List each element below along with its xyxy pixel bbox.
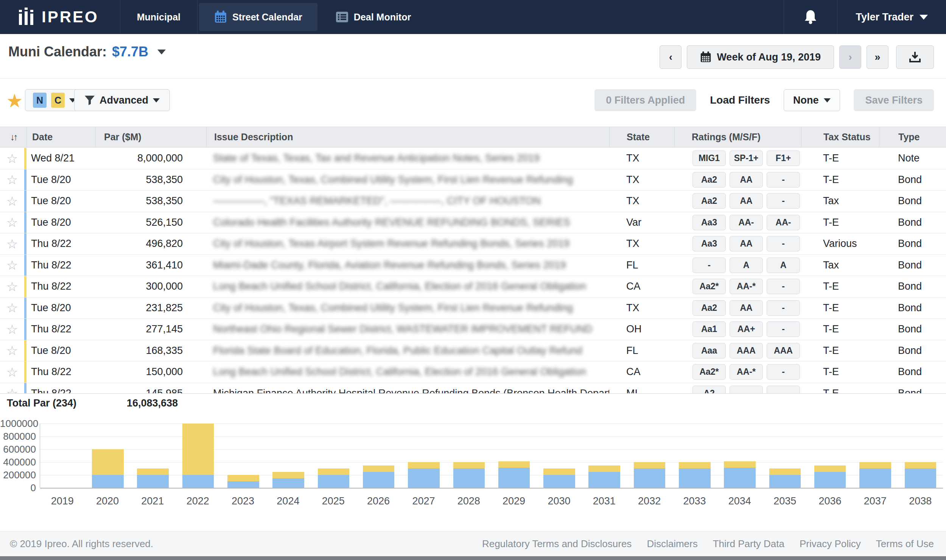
week-label: Week of Aug 19, 2019 xyxy=(717,51,821,63)
chart-bar-slot xyxy=(311,423,356,488)
prev-week-button[interactable]: ‹ xyxy=(660,45,681,69)
row-star-toggle[interactable]: ☆ xyxy=(0,151,24,166)
rating-badge: - xyxy=(767,172,800,188)
footer-link[interactable]: Privacy Policy xyxy=(800,538,861,550)
column-header-type[interactable]: Type xyxy=(879,127,946,147)
download-icon xyxy=(909,51,921,63)
nav-item-deal-monitor[interactable]: Deal Monitor xyxy=(319,0,428,34)
row-type: Note xyxy=(879,152,946,164)
table-row[interactable]: ☆ Thu 8/22 496,820 City of Houston, Texa… xyxy=(0,233,946,255)
footer-link[interactable]: Third Party Data xyxy=(713,538,784,550)
notifications-button[interactable] xyxy=(784,0,837,34)
row-star-toggle[interactable]: ☆ xyxy=(0,343,24,358)
row-star-toggle[interactable]: ☆ xyxy=(0,172,24,187)
row-star-toggle[interactable]: ☆ xyxy=(0,215,24,230)
row-star-toggle[interactable]: ☆ xyxy=(0,258,24,273)
footer-link[interactable]: Disclaimers xyxy=(647,538,697,550)
horizontal-scrollbar[interactable] xyxy=(0,556,946,560)
row-state: MI xyxy=(609,388,674,393)
footer-link[interactable]: Regulatory Terms and Disclosures xyxy=(482,538,632,550)
table-row[interactable]: ☆ Wed 8/21 8,000,000 State of Texas, Tex… xyxy=(0,148,946,169)
row-ratings: AaaAAAAAA xyxy=(674,343,801,358)
column-header-issue-description[interactable]: Issue Description xyxy=(206,127,609,147)
footer-link[interactable]: Terms of Use xyxy=(876,538,934,550)
row-star-toggle[interactable]: ☆ xyxy=(0,194,24,209)
ipreo-logo[interactable]: IPREO xyxy=(0,0,120,34)
filters-applied-button[interactable]: 0 Filters Applied xyxy=(594,89,696,111)
calendar-icon xyxy=(700,51,711,63)
row-date: Thu 8/22 xyxy=(26,388,95,393)
row-ratings: Aa2AA- xyxy=(674,172,801,188)
download-button[interactable] xyxy=(896,45,934,69)
row-ratings: Aa3AA- xyxy=(674,236,801,251)
column-header-date[interactable]: Date xyxy=(26,127,95,147)
table-row[interactable]: ☆ Tue 8/20 231,825 City of Houston, Texa… xyxy=(0,298,946,319)
row-star-toggle[interactable]: ☆ xyxy=(0,279,24,294)
column-header-state[interactable]: State xyxy=(609,127,674,147)
row-star-toggle[interactable]: ☆ xyxy=(0,236,24,251)
rating-badge: - xyxy=(767,279,800,294)
next-week-button[interactable]: › xyxy=(839,45,861,69)
row-star-toggle[interactable]: ☆ xyxy=(0,322,24,337)
table-row[interactable]: ☆ Tue 8/20 538,350 City of Houston, Texa… xyxy=(0,169,946,191)
table-row[interactable]: ☆ Thu 8/22 300,000 Long Beach Unified Sc… xyxy=(0,276,946,298)
stacked-bar-2029 xyxy=(498,461,530,488)
table-row[interactable]: ☆ Tue 8/20 538,350 —————, "TEXAS REMARKE… xyxy=(0,191,946,212)
row-par: 145,985 xyxy=(95,388,206,393)
nav-item-street-calendar[interactable]: Street Calendar xyxy=(199,3,317,31)
bar-segment-negotiated xyxy=(272,472,304,478)
bar-segment-negotiated xyxy=(588,465,620,472)
week-picker-button[interactable]: Week of Aug 19, 2019 xyxy=(687,45,834,69)
stacked-bar-2031 xyxy=(588,465,620,488)
user-menu[interactable]: Tyler Trader xyxy=(837,0,946,34)
bar-segment-negotiated xyxy=(498,461,530,468)
row-ratings: Aa2*AA-*- xyxy=(674,364,801,380)
row-date: Tue 8/20 xyxy=(26,195,95,207)
x-axis-tick-label: 2032 xyxy=(627,495,672,507)
row-star-toggle[interactable]: ☆ xyxy=(0,300,24,315)
row-date: Tue 8/20 xyxy=(26,217,95,228)
favorite-star-icon[interactable]: ★ xyxy=(6,90,23,112)
rating-badge: - xyxy=(767,364,800,380)
load-filters-select[interactable]: None xyxy=(784,89,840,111)
column-header-tax-status[interactable]: Tax Status xyxy=(801,127,879,147)
sort-column-header[interactable]: ↓↑ xyxy=(0,127,26,147)
rating-badge: - xyxy=(692,258,726,273)
row-ratings: Aa2AA- xyxy=(674,193,801,209)
copyright-text: © 2019 Ipreo. All rights reserved. xyxy=(10,538,153,550)
row-state: CA xyxy=(609,281,674,292)
last-week-button[interactable]: » xyxy=(867,45,888,69)
rating-badge: - xyxy=(767,386,800,393)
stacked-bar-2020 xyxy=(92,449,124,488)
page-title[interactable]: Muni Calendar: $7.7B xyxy=(8,44,166,60)
table-body: ☆ Wed 8/21 8,000,000 State of Texas, Tex… xyxy=(0,148,946,393)
nav-item-municipal[interactable]: Municipal xyxy=(120,0,197,34)
advanced-filters-button[interactable]: Advanced xyxy=(74,89,170,111)
row-par: 231,825 xyxy=(95,302,206,314)
row-type: Bond xyxy=(879,195,946,207)
bar-segment-negotiated xyxy=(137,468,169,475)
chart-bar-slot xyxy=(672,423,717,488)
row-issue-description: City of Houston, Texas, Combined Utility… xyxy=(206,302,609,314)
row-type: Bond xyxy=(879,217,946,228)
table-row[interactable]: ☆ Thu 8/22 277,145 Northeast Ohio Region… xyxy=(0,319,946,340)
column-header-ratings[interactable]: Ratings (M/S/F) xyxy=(674,127,801,147)
table-row[interactable]: ☆ Tue 8/20 168,335 Florida State Board o… xyxy=(0,340,946,362)
row-state: FL xyxy=(609,259,674,271)
x-axis-tick-label: 2029 xyxy=(491,495,536,507)
rating-badge: AAA xyxy=(730,343,763,358)
rating-badge: AAA xyxy=(767,343,800,358)
table-row[interactable]: ☆ Thu 8/22 361,410 Miami-Dade County, Fl… xyxy=(0,255,946,276)
table-row[interactable]: ☆ Thu 8/22 150,000 Long Beach Unified Sc… xyxy=(0,361,946,383)
row-par: 150,000 xyxy=(95,366,206,378)
row-star-toggle[interactable]: ☆ xyxy=(0,386,24,393)
row-star-toggle[interactable]: ☆ xyxy=(0,365,24,380)
nav-divider xyxy=(197,0,198,34)
rating-badge: AA xyxy=(730,193,763,209)
rating-badge: A xyxy=(767,258,800,273)
table-row[interactable]: ☆ Thu 8/22 145,985 Michigan Finance Auth… xyxy=(0,383,946,394)
save-filters-button[interactable]: Save Filters xyxy=(854,89,934,111)
column-header-par[interactable]: Par ($M) xyxy=(95,127,206,147)
table-row[interactable]: ☆ Tue 8/20 526,150 Colorado Health Facil… xyxy=(0,212,946,234)
x-axis-tick-label: 2035 xyxy=(762,495,808,507)
